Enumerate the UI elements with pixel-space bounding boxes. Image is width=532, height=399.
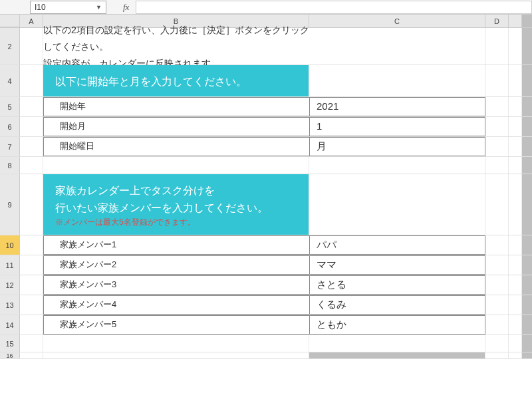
row-header[interactable]: 10	[0, 235, 20, 255]
cell[interactable]	[509, 315, 522, 334]
start-month-label[interactable]: 開始月	[43, 117, 309, 136]
cell[interactable]	[485, 295, 509, 315]
cell[interactable]	[20, 255, 43, 275]
cell[interactable]	[20, 352, 43, 358]
row-header[interactable]: 16	[0, 352, 20, 358]
cell[interactable]	[509, 97, 522, 116]
select-all-corner[interactable]	[0, 15, 20, 27]
intro-line1: 以下の2項目の設定を行い、入力後に［決定］ボタンをクリックしてください。	[43, 22, 309, 55]
cell[interactable]	[509, 117, 522, 136]
member1-value[interactable]: パパ	[309, 235, 485, 255]
cell[interactable]	[485, 97, 509, 116]
member2-label[interactable]: 家族メンバー2	[43, 255, 309, 275]
start-dow-label[interactable]: 開始曜日	[43, 137, 309, 156]
cell[interactable]	[509, 28, 522, 65]
row-header[interactable]: 4	[0, 65, 20, 96]
cell[interactable]	[485, 255, 509, 275]
cell[interactable]	[485, 117, 509, 136]
cell[interactable]	[20, 157, 43, 174]
formula-bar: I10 ▼ fx	[0, 0, 532, 15]
cell[interactable]	[485, 28, 509, 65]
cell[interactable]	[485, 315, 509, 334]
cell[interactable]	[509, 137, 522, 156]
formula-input[interactable]	[136, 1, 532, 14]
row-header[interactable]: 5	[0, 97, 20, 116]
col-header-D[interactable]: D	[485, 15, 509, 27]
cell[interactable]	[43, 352, 309, 358]
cell[interactable]	[509, 275, 522, 295]
cell[interactable]	[485, 137, 509, 156]
row-header[interactable]: 2	[0, 28, 20, 65]
start-month-value[interactable]: 1	[309, 117, 485, 136]
cell[interactable]	[509, 157, 522, 174]
cell[interactable]	[509, 255, 522, 275]
cell[interactable]	[485, 275, 509, 295]
cell[interactable]	[20, 335, 43, 352]
row-header[interactable]: 15	[0, 335, 20, 352]
row-header[interactable]: 14	[0, 315, 20, 334]
cell[interactable]	[20, 275, 43, 295]
intro-text[interactable]: 以下の2項目の設定を行い、入力後に［決定］ボタンをクリックしてください。 設定内…	[43, 28, 309, 65]
row-header[interactable]: 11	[0, 255, 20, 275]
start-dow-value[interactable]: 月	[309, 137, 485, 156]
cell[interactable]	[20, 117, 43, 136]
name-box-dropdown-icon[interactable]: ▼	[96, 4, 102, 11]
cell[interactable]	[509, 295, 522, 315]
cell[interactable]	[20, 235, 43, 255]
cell[interactable]	[20, 65, 43, 96]
banner2-line2: 行いたい家族メンバーを入力してください。	[55, 200, 297, 217]
cell[interactable]	[309, 335, 485, 352]
cell[interactable]	[309, 174, 485, 235]
cell[interactable]	[509, 235, 522, 255]
member3-label[interactable]: 家族メンバー3	[43, 275, 309, 295]
col-header-C[interactable]: C	[309, 15, 485, 27]
cell[interactable]	[43, 335, 309, 352]
cell[interactable]	[309, 352, 485, 358]
member2-value[interactable]: ママ	[309, 255, 485, 275]
row-header[interactable]: 7	[0, 137, 20, 156]
member4-label[interactable]: 家族メンバー4	[43, 295, 309, 315]
name-box[interactable]: I10 ▼	[30, 1, 106, 14]
cell[interactable]	[485, 235, 509, 255]
member3-value[interactable]: さとる	[309, 275, 485, 295]
member5-label[interactable]: 家族メンバー5	[43, 315, 309, 334]
col-header-A[interactable]: A	[20, 15, 43, 27]
row-header[interactable]: 8	[0, 157, 20, 174]
cell[interactable]	[20, 28, 43, 65]
name-box-value: I10	[35, 3, 46, 12]
cell[interactable]	[309, 65, 485, 96]
cell[interactable]	[485, 65, 509, 96]
cell[interactable]	[509, 174, 522, 235]
row-header[interactable]: 9	[0, 174, 20, 235]
start-year-label[interactable]: 開始年	[43, 97, 309, 116]
spreadsheet-grid[interactable]: 2 以下の2項目の設定を行い、入力後に［決定］ボタンをクリックしてください。 設…	[0, 28, 532, 359]
banner-family-members[interactable]: 家族カレンダー上でタスク分けを 行いたい家族メンバーを入力してください。 ※メン…	[43, 174, 309, 235]
cell[interactable]	[43, 157, 309, 174]
start-year-value[interactable]: 2021	[309, 97, 485, 116]
cell[interactable]	[509, 335, 522, 352]
col-header-edge	[509, 15, 522, 27]
member1-label[interactable]: 家族メンバー1	[43, 235, 309, 255]
cell[interactable]	[485, 174, 509, 235]
cell[interactable]	[20, 137, 43, 156]
cell[interactable]	[485, 352, 509, 358]
cell[interactable]	[509, 352, 522, 358]
cell[interactable]	[20, 174, 43, 235]
cell[interactable]	[509, 65, 522, 96]
banner2-line1: 家族カレンダー上でタスク分けを	[55, 182, 297, 200]
cell[interactable]	[309, 157, 485, 174]
member5-value[interactable]: ともか	[309, 315, 485, 334]
fx-label[interactable]: fx	[123, 2, 129, 13]
member4-value[interactable]: くるみ	[309, 295, 485, 315]
cell[interactable]	[20, 97, 43, 116]
banner-start-settings[interactable]: 以下に開始年と月を入力してください。	[43, 65, 309, 96]
row-header[interactable]: 12	[0, 275, 20, 295]
cell[interactable]	[20, 295, 43, 315]
banner1-text: 以下に開始年と月を入力してください。	[43, 65, 309, 96]
cell[interactable]	[20, 315, 43, 334]
cell[interactable]	[309, 28, 485, 65]
row-header[interactable]: 13	[0, 295, 20, 315]
row-header[interactable]: 6	[0, 117, 20, 136]
cell[interactable]	[485, 157, 509, 174]
cell[interactable]	[485, 335, 509, 352]
